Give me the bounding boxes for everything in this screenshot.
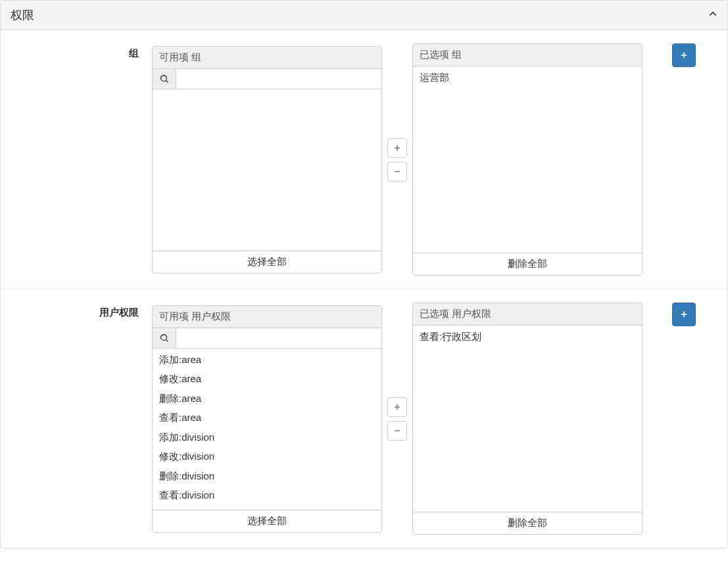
groups-available-search-input[interactable] xyxy=(176,69,381,89)
list-item[interactable]: 查看:division xyxy=(153,485,381,505)
field-row-permissions: 用户权限 可用项 用户权限 添加:area修改:area删除:area查看:ar… xyxy=(1,289,727,548)
plus-icon: + xyxy=(681,49,687,61)
groups-add-button[interactable]: + xyxy=(387,138,407,158)
list-item[interactable]: 查看:行政区划 xyxy=(413,327,642,347)
permissions-selected-header: 已选项 用户权限 xyxy=(413,303,642,326)
field-label-permissions: 用户权限 xyxy=(11,303,152,535)
permissions-available-header: 可用项 用户权限 xyxy=(153,306,381,328)
permissions-available-search-row xyxy=(153,328,381,349)
panel-body: 组 可用项 组 选择全部 xyxy=(1,30,727,548)
list-item[interactable]: 运营部 xyxy=(413,68,642,87)
field-content-permissions: 可用项 用户权限 添加:area修改:area删除:area查看:area添加:… xyxy=(152,303,717,535)
field-label-groups: 组 xyxy=(11,43,152,276)
groups-available-box: 可用项 组 选择全部 xyxy=(152,46,382,274)
minus-icon: − xyxy=(394,166,400,178)
permissions-panel: 权限 组 可用项 组 xyxy=(0,0,728,549)
permissions-selected-box: 已选项 用户权限 查看:行政区划 删除全部 xyxy=(412,303,643,535)
groups-dual-list: 可用项 组 选择全部 + xyxy=(152,43,643,276)
permissions-add-new-button[interactable]: + xyxy=(672,303,696,326)
list-item[interactable]: 修改:division xyxy=(153,447,381,466)
groups-available-search-row xyxy=(153,69,381,89)
panel-title: 权限 xyxy=(11,7,34,23)
plus-icon: + xyxy=(394,401,400,413)
permissions-remove-all-button[interactable]: 删除全部 xyxy=(413,512,642,534)
search-icon xyxy=(153,328,176,348)
permissions-add-button[interactable]: + xyxy=(387,397,407,417)
groups-available-list[interactable] xyxy=(153,89,381,251)
panel-header[interactable]: 权限 xyxy=(1,1,727,30)
list-item[interactable]: 添加:日志记录 xyxy=(153,505,381,510)
groups-add-new-button[interactable]: + xyxy=(672,43,696,67)
groups-middle-controls: + − xyxy=(382,138,412,182)
groups-select-all-button[interactable]: 选择全部 xyxy=(153,251,381,273)
list-item[interactable]: 添加:division xyxy=(153,428,381,447)
chevron-up-icon[interactable] xyxy=(708,9,717,21)
field-content-groups: 可用项 组 选择全部 + xyxy=(152,43,717,276)
permissions-selected-list[interactable]: 查看:行政区划 xyxy=(413,326,642,512)
permissions-available-list[interactable]: 添加:area修改:area删除:area查看:area添加:division修… xyxy=(153,349,381,510)
groups-selected-box: 已选项 组 运营部 删除全部 xyxy=(412,43,643,276)
list-item[interactable]: 删除:division xyxy=(153,466,381,486)
list-item[interactable]: 查看:area xyxy=(153,408,381,428)
plus-icon: + xyxy=(394,142,400,154)
permissions-available-box: 可用项 用户权限 添加:area修改:area删除:area查看:area添加:… xyxy=(152,305,382,533)
list-item[interactable]: 添加:area xyxy=(153,350,381,370)
groups-remove-all-button[interactable]: 删除全部 xyxy=(413,253,642,275)
list-item[interactable]: 删除:area xyxy=(153,389,381,408)
groups-remove-button[interactable]: − xyxy=(387,162,407,182)
permissions-middle-controls: + − xyxy=(382,397,412,441)
groups-selected-list[interactable]: 运营部 xyxy=(413,66,642,253)
plus-icon: + xyxy=(681,308,687,320)
groups-selected-header: 已选项 组 xyxy=(413,44,642,66)
groups-available-header: 可用项 组 xyxy=(153,47,381,69)
permissions-select-all-button[interactable]: 选择全部 xyxy=(153,510,381,532)
minus-icon: − xyxy=(394,425,400,437)
permissions-available-search-input[interactable] xyxy=(176,328,381,348)
list-item[interactable]: 修改:area xyxy=(153,369,381,389)
search-icon xyxy=(153,69,176,89)
permissions-dual-list: 可用项 用户权限 添加:area修改:area删除:area查看:area添加:… xyxy=(152,303,643,535)
permissions-remove-button[interactable]: − xyxy=(387,421,407,441)
field-row-groups: 组 可用项 组 选择全部 xyxy=(1,30,727,289)
